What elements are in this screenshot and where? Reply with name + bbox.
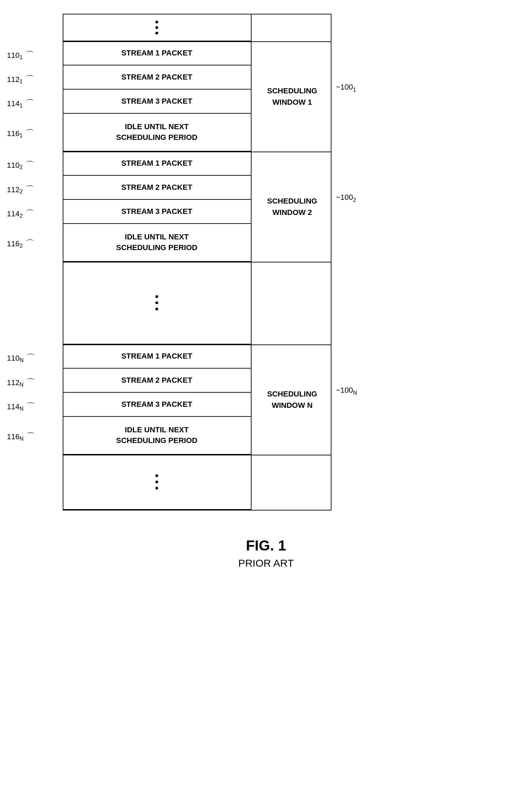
- w2-bottom-border: [63, 262, 331, 262]
- top-border: [63, 14, 331, 14]
- dot-3: [155, 32, 158, 34]
- label-110-1: 1101 ⌒: [7, 49, 34, 61]
- stream2-packet-wn: STREAM 2 PACKET: [63, 369, 251, 393]
- sched-label-wn: SCHEDULINGWINDOW N: [253, 344, 331, 455]
- stream2-packet-w1: STREAM 2 PACKET: [63, 65, 251, 90]
- wn-bottom-border: [63, 455, 331, 455]
- stream3-packet-w1: STREAM 3 PACKET: [63, 90, 251, 114]
- fig-title: FIG. 1: [0, 537, 532, 554]
- label-116-n: 116N ⌒: [7, 431, 35, 443]
- w1-top-border: [63, 41, 331, 42]
- bottom-dots-section: [63, 455, 251, 510]
- w1-bottom-border: [63, 152, 331, 152]
- middle-dots-section: [63, 262, 251, 344]
- stream1-packet-w1: STREAM 1 PACKET: [63, 41, 251, 65]
- idle-wn: IDLE UNTIL NEXTSCHEDULING PERIOD: [63, 417, 251, 455]
- stream2-packet-w2: STREAM 2 PACKET: [63, 176, 251, 200]
- label-116-2: 1162 ⌒: [7, 238, 34, 250]
- stream1-packet-w2: STREAM 1 PACKET: [63, 152, 251, 176]
- stream1-packet-wn: STREAM 1 PACKET: [63, 344, 251, 369]
- bottom-border: [63, 510, 331, 511]
- mid-dot-2: [155, 301, 158, 304]
- dot-1: [155, 21, 158, 23]
- stream3-packet-wn: STREAM 3 PACKET: [63, 393, 251, 417]
- label-112-n: 112N ⌒: [7, 377, 35, 389]
- label-114-1: 1141 ⌒: [7, 97, 34, 110]
- wn-top-border: [63, 344, 331, 345]
- mid-dot-1: [155, 295, 158, 298]
- sched-label-w2: SCHEDULINGWINDOW 2: [253, 152, 331, 262]
- ref-100-2: ~1002: [336, 193, 356, 202]
- fig-subtitle: PRIOR ART: [0, 557, 532, 569]
- diagram-container: STREAM 1 PACKET 1101 ⌒ STREAM 2 PACKET 1…: [0, 0, 532, 723]
- label-114-2: 1142 ⌒: [7, 208, 34, 220]
- dot-2: [155, 26, 158, 29]
- label-112-2: 1122 ⌒: [7, 184, 34, 196]
- label-116-1: 1161 ⌒: [7, 127, 34, 140]
- label-114-n: 114N ⌒: [7, 401, 35, 413]
- label-112-1: 1121 ⌒: [7, 73, 34, 85]
- bot-dot-3: [155, 487, 158, 489]
- figure-caption: FIG. 1 PRIOR ART: [0, 537, 532, 569]
- label-110-n: 110N ⌒: [7, 352, 35, 364]
- mid-dot-3: [155, 308, 158, 310]
- ref-100-1: ~1001: [336, 83, 356, 92]
- idle-w2: IDLE UNTIL NEXTSCHEDULING PERIOD: [63, 224, 251, 262]
- ref-100-n: ~100N: [336, 386, 357, 395]
- label-110-2: 1102 ⌒: [7, 159, 34, 171]
- top-dots-section: [63, 14, 251, 41]
- bot-dot-2: [155, 481, 158, 483]
- stream3-packet-w2: STREAM 3 PACKET: [63, 200, 251, 224]
- sched-label-w1: SCHEDULINGWINDOW 1: [253, 41, 331, 152]
- idle-w1: IDLE UNTIL NEXTSCHEDULING PERIOD: [63, 114, 251, 152]
- bot-dot-1: [155, 474, 158, 477]
